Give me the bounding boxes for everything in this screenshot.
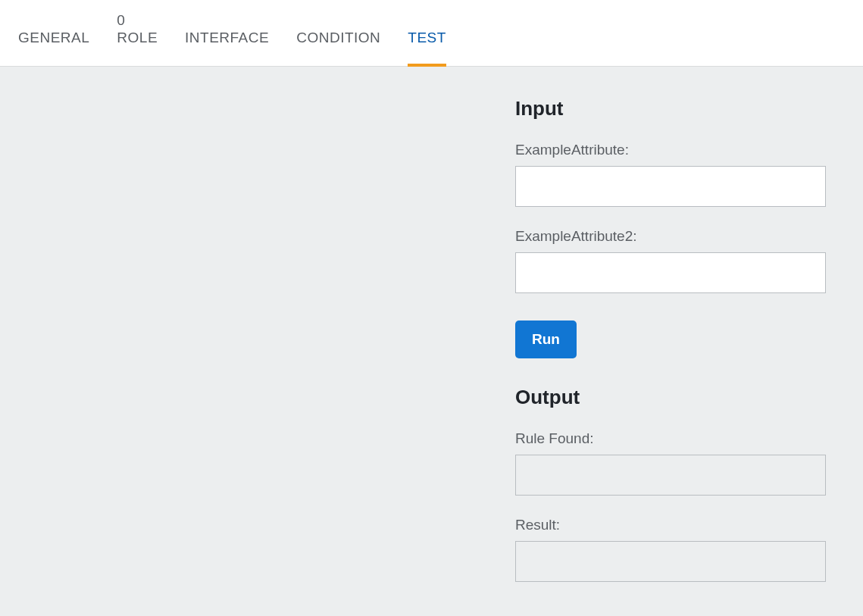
tab-interface[interactable]: INTERFACE	[171, 30, 283, 66]
rule-found-output	[515, 455, 826, 496]
tab-bar: GENERAL 0 ROLE INTERFACE CONDITION TEST	[0, 0, 863, 67]
example-attribute2-input[interactable]	[515, 252, 826, 293]
tab-general-label: GENERAL	[18, 30, 89, 45]
tab-role-badge: 0	[117, 12, 125, 30]
input-heading: Input	[515, 97, 826, 120]
tab-interface-label: INTERFACE	[185, 30, 269, 45]
example-attribute-input[interactable]	[515, 166, 826, 207]
content-area: Input ExampleAttribute: ExampleAttribute…	[0, 67, 863, 616]
result-output	[515, 541, 826, 582]
output-heading: Output	[515, 386, 826, 409]
rule-found-label: Rule Found:	[515, 430, 826, 447]
field-group-example-attribute2: ExampleAttribute2:	[515, 228, 826, 293]
run-button[interactable]: Run	[515, 321, 577, 358]
tab-test-label: TEST	[408, 30, 446, 45]
tab-role[interactable]: 0 ROLE	[103, 12, 171, 66]
tab-condition[interactable]: CONDITION	[283, 30, 394, 66]
tab-test[interactable]: TEST	[394, 30, 460, 66]
example-attribute-label: ExampleAttribute:	[515, 142, 826, 158]
example-attribute2-label: ExampleAttribute2:	[515, 228, 826, 245]
result-label: Result:	[515, 517, 826, 533]
output-group-rule-found: Rule Found:	[515, 430, 826, 496]
tab-condition-label: CONDITION	[296, 30, 380, 45]
test-panel: Input ExampleAttribute: ExampleAttribute…	[515, 97, 826, 603]
output-group-result: Result:	[515, 517, 826, 582]
field-group-example-attribute: ExampleAttribute:	[515, 142, 826, 207]
tab-role-label: ROLE	[117, 30, 158, 46]
tab-general[interactable]: GENERAL	[5, 30, 103, 66]
